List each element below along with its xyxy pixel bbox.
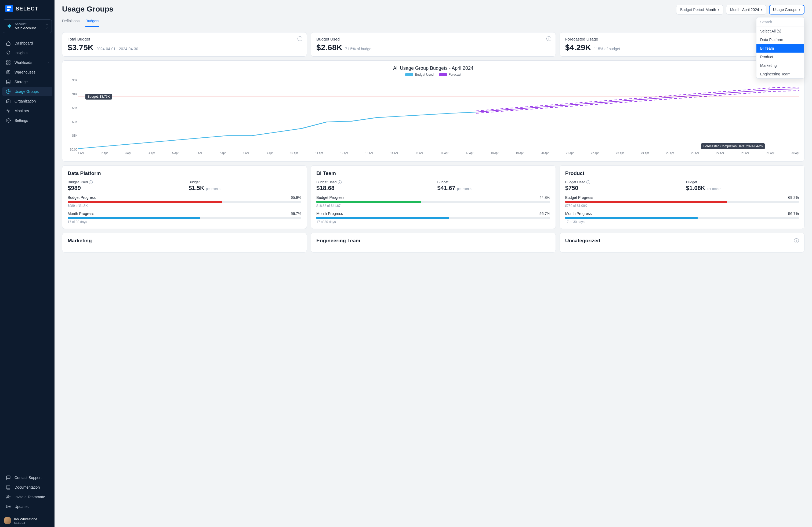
header-controls: Budget Period Month ▾ Month April 2024 ▾… (676, 5, 804, 15)
sidebar: SELECT ✱ Account Main Account ⌃⌄ Dashboa… (0, 0, 55, 527)
tab-budgets[interactable]: Budgets (85, 17, 99, 27)
sidebar-item-label: Documentation (14, 485, 40, 490)
chart-card: All Usage Group Budgets - April 2024 Bud… (62, 60, 804, 162)
account-switcher[interactable]: ✱ Account Main Account ⌃⌄ (3, 19, 52, 33)
sidebar-item-invite-a-teammate[interactable]: Invite a Teammate (2, 492, 52, 502)
dropdown-item[interactable]: BI Team (756, 44, 804, 52)
budget-progress-bar (68, 201, 301, 203)
group-title: Marketing (68, 238, 301, 244)
pulse-icon (6, 108, 11, 113)
budget-progress-bar (565, 201, 799, 203)
org-icon (6, 99, 11, 104)
sidebar-item-storage[interactable]: Storage (2, 77, 52, 87)
logo-icon (5, 5, 13, 12)
page-header: Usage Groups DefinitionsBudgets Budget P… (62, 5, 804, 27)
logo[interactable]: SELECT (0, 0, 55, 17)
tab-definitions[interactable]: Definitions (62, 17, 79, 27)
sidebar-item-usage-groups[interactable]: Usage Groups (2, 87, 52, 96)
sidebar-item-contact-support[interactable]: Contact Support (2, 473, 52, 482)
main-content: Usage Groups DefinitionsBudgets Budget P… (55, 0, 812, 527)
group-card: ProductBudget Used i$750Budget$1.08K per… (560, 165, 804, 229)
budget-label: Budget: $3.75K (85, 94, 112, 100)
sidebar-item-updates[interactable]: Updates (2, 502, 52, 511)
month-select[interactable]: Month April 2024 ▾ (726, 5, 766, 15)
account-name: Main Account (15, 26, 42, 30)
chart-area: $5K$4K$3K$2K$1K$0.00 Budget: $3.75K Fore… (78, 79, 799, 156)
chart-plot: Budget: $3.75K Forecasted Completion Dat… (78, 79, 799, 151)
cpu-icon (6, 70, 11, 75)
book-icon (6, 485, 11, 490)
info-icon[interactable]: i (547, 36, 551, 41)
total-budget-card: Total Budget i $3.75K2024-04-01 - 2024-0… (62, 32, 307, 57)
sidebar-item-documentation[interactable]: Documentation (2, 482, 52, 492)
group-title: Engineering Team (316, 238, 550, 244)
sidebar-item-workloads[interactable]: Workloads› (2, 58, 52, 67)
forecast-completion-line (700, 79, 700, 151)
svg-rect-2 (6, 63, 8, 64)
sidebar-item-insights[interactable]: Insights (2, 48, 52, 58)
chevron-down-icon: ▾ (799, 8, 800, 12)
sidebar-item-monitors[interactable]: Monitors (2, 106, 52, 116)
group-title: Product (565, 170, 799, 176)
group-card: Data PlatformBudget Used i$989Budget$1.5… (62, 165, 307, 229)
dropdown-item[interactable]: Marketing (756, 61, 804, 70)
sidebar-item-label: Settings (14, 118, 28, 123)
chevron-down-icon: ▾ (718, 8, 719, 12)
info-icon[interactable]: i (586, 180, 590, 184)
usage-groups-dropdown: Search... Select All (5) Data PlatformBI… (756, 17, 804, 79)
snowflake-icon: ✱ (6, 23, 12, 29)
sidebar-item-label: Organization (14, 99, 36, 103)
group-title: Uncategorized (565, 238, 600, 244)
dropdown-item[interactable]: Engineering Team (756, 70, 804, 78)
summary-cards: Total Budget i $3.75K2024-04-01 - 2024-0… (62, 32, 804, 57)
chart-y-axis: $5K$4K$3K$2K$1K$0.00 (67, 79, 77, 151)
sidebar-item-label: Usage Groups (14, 89, 39, 94)
chevron-down-icon: ▾ (761, 8, 762, 12)
forecast-completion-label: Forecasted Completion Date: 2024-04-26 (701, 143, 765, 149)
usage-groups-select[interactable]: Usage Groups ▾ (769, 5, 804, 15)
info-icon[interactable]: i (794, 238, 799, 243)
chart-title: All Usage Group Budgets - April 2024 (67, 65, 799, 71)
dropdown-search-input[interactable]: Search... (756, 17, 804, 27)
svg-rect-0 (6, 61, 8, 62)
user-name: Ian Whitestone (14, 517, 37, 521)
user-org: SELECT (14, 521, 37, 524)
budget-period-select[interactable]: Budget Period Month ▾ (676, 5, 723, 15)
svg-point-7 (8, 120, 9, 121)
chat-icon (6, 475, 11, 480)
sidebar-item-label: Dashboard (14, 41, 33, 45)
info-icon[interactable]: i (89, 180, 93, 184)
group-card: Marketing (62, 232, 307, 253)
dropdown-select-all[interactable]: Select All (5) (756, 27, 804, 35)
chart-x-axis: 1 Apr2 Apr3 Apr4 Apr5 Apr6 Apr7 Apr8 Apr… (78, 152, 799, 156)
sidebar-item-settings[interactable]: Settings (2, 116, 52, 125)
svg-rect-5 (8, 72, 9, 73)
svg-point-6 (6, 80, 10, 81)
group-cards: Data PlatformBudget Used i$989Budget$1.5… (62, 165, 804, 253)
sidebar-item-label: Monitors (14, 109, 29, 113)
sidebar-item-label: Insights (14, 51, 27, 55)
month-progress-bar (565, 217, 799, 219)
dropdown-item[interactable]: Data Platform (756, 35, 804, 44)
group-title: BI Team (316, 170, 550, 176)
sidebar-item-label: Invite a Teammate (14, 495, 45, 499)
info-icon[interactable]: i (338, 180, 342, 184)
sidebar-item-organization[interactable]: Organization (2, 96, 52, 106)
page-title: Usage Groups (62, 5, 113, 13)
pie-icon (6, 89, 11, 94)
svg-rect-3 (9, 63, 10, 64)
dropdown-item[interactable]: Product (756, 52, 804, 61)
avatar (4, 517, 11, 524)
home-icon (6, 41, 11, 46)
info-icon[interactable]: i (298, 36, 302, 41)
user-plus-icon (6, 495, 11, 499)
user-menu[interactable]: Ian Whitestone SELECT (0, 514, 55, 527)
sidebar-item-label: Storage (14, 80, 28, 84)
sidebar-item-warehouses[interactable]: Warehouses (2, 67, 52, 77)
bulb-icon (6, 50, 11, 55)
chevron-right-icon: › (47, 61, 48, 64)
grid-icon (6, 60, 11, 65)
chart-svg (78, 79, 799, 151)
sidebar-item-dashboard[interactable]: Dashboard (2, 39, 52, 48)
group-title: Data Platform (68, 170, 301, 176)
